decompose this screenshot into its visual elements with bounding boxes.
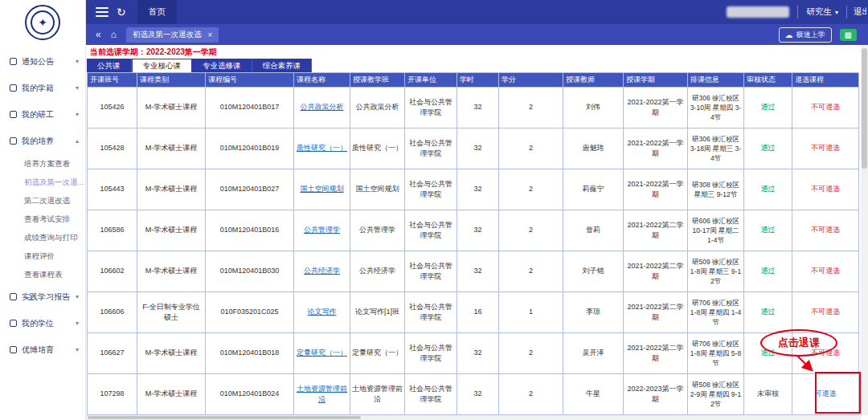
refresh-icon[interactable]: ↻ xyxy=(117,6,126,18)
table-row: 106627M-学术硕士课程010M120401B018定量研究（一）定量研究（… xyxy=(88,333,859,374)
cell-teacher: 莉薇宁 xyxy=(563,169,624,210)
sidebar-subitem[interactable]: 培养方案查看 xyxy=(0,154,85,173)
sidebar-item[interactable]: 我的研工▾ xyxy=(0,101,85,128)
home-icon[interactable]: ⌂ xyxy=(111,29,117,40)
sidebar-subitem[interactable]: 成绩查询与打印 xyxy=(0,228,85,247)
chevron-down-icon: ▾ xyxy=(835,9,838,16)
cell-credits: 2 xyxy=(499,128,563,169)
cell-course_name[interactable]: 土地资源管理前沿 xyxy=(294,374,350,415)
cell-class_no: 105443 xyxy=(88,169,137,210)
sidebar-item[interactable]: 优博培育▾ xyxy=(0,336,85,363)
cell-semester: 2021-2022第二学期 xyxy=(624,210,688,251)
cell-teacher: 唐魅玮 xyxy=(563,128,624,169)
cell-course_name[interactable]: 定量研究（一） xyxy=(294,333,350,374)
cell-course_name[interactable]: 论文写作 xyxy=(294,292,350,333)
chevron-down-icon: ▾ xyxy=(76,58,79,65)
cell-hours: 32 xyxy=(457,333,499,374)
cell-schedule: 研706 徐汇校区 1-8周 星期四 5-8节 xyxy=(688,333,744,374)
cell-status: 通过 xyxy=(744,128,792,169)
cell-course_name[interactable]: 国土空间规划 xyxy=(294,169,350,210)
chevron-down-icon: ▾ xyxy=(76,320,79,327)
column-header: 退选课程 xyxy=(792,73,859,88)
username-blurred xyxy=(727,6,789,18)
close-icon[interactable]: × xyxy=(207,31,212,39)
cell-credits: 1 xyxy=(499,292,563,333)
column-header: 授课学期 xyxy=(624,73,688,88)
cell-semester: 2021-2022第一学期 xyxy=(624,88,688,128)
cell-category: M-学术硕士课程 xyxy=(137,333,206,374)
sidebar-item[interactable]: 我的培养▴ xyxy=(0,128,85,154)
sidebar-item[interactable]: 我的学籍▾ xyxy=(0,75,85,101)
menu-item-icon xyxy=(10,137,17,145)
chevron-down-icon: ▾ xyxy=(76,293,79,300)
cell-schedule: 研606 徐汇校区 10-17周 星期二 1-4节 xyxy=(688,210,744,251)
sidebar-item[interactable]: 实践学习报告▾ xyxy=(0,283,85,310)
cell-semester: 2021-2022第一学期 xyxy=(624,169,688,210)
vertical-scrollbar-thumb[interactable] xyxy=(862,48,867,169)
cell-course_name[interactable]: 公共经济学 xyxy=(294,251,350,292)
cell-drop[interactable]: 可退选 xyxy=(792,374,859,415)
column-header: 开课班号 xyxy=(88,73,137,88)
menu-item-icon xyxy=(10,320,17,327)
cell-course_no: 010M120401B017 xyxy=(206,88,294,128)
tab-strip: « ⌂ 初选及第一次退改选 × ☁ 极速上学 ▦ xyxy=(86,24,868,45)
course-table-wrap: 开课班号课程类别课程编号课程名称授课教学班开课单位学时学分授课教师授课学期排课信… xyxy=(87,72,860,415)
cell-teacher: 李琼 xyxy=(563,292,624,333)
open-tab[interactable]: 初选及第一次退改选 × xyxy=(126,27,219,43)
sidebar-subitem[interactable]: 初选及第一次退... xyxy=(0,173,85,191)
cell-unit: 社会与公共管理学院 xyxy=(405,333,457,374)
cell-credits: 2 xyxy=(499,169,563,210)
cell-unit: 社会与公共管理学院 xyxy=(405,251,457,292)
cell-course_no: 010M120401B027 xyxy=(206,169,294,210)
sidebar-item-label: 通知公告 xyxy=(22,56,76,67)
cell-credits: 2 xyxy=(499,374,563,415)
cell-status: 通过 xyxy=(744,333,792,374)
user-role-label: 研究生 xyxy=(806,6,832,18)
menu-icon[interactable] xyxy=(96,7,108,17)
column-header: 学时 xyxy=(457,73,499,88)
cell-credits: 2 xyxy=(499,88,563,128)
column-header: 课程类别 xyxy=(137,73,206,88)
cell-schedule: 研509 徐汇校区 1-8周 星期三 9-12节 xyxy=(688,251,744,292)
cell-hours: 32 xyxy=(457,251,499,292)
cell-drop: 不可退选 xyxy=(792,128,859,169)
chevron-down-icon: ▾ xyxy=(76,346,79,353)
user-role-dropdown[interactable]: 研究生 ▾ xyxy=(797,6,847,18)
sidebar-item[interactable]: 通知公告▾ xyxy=(0,48,85,75)
cell-course_name[interactable]: 质性研究（一） xyxy=(294,128,350,169)
sidebar-nav: 通知公告▾我的学籍▾我的研工▾我的培养▴培养方案查看初选及第一次退...第二次退… xyxy=(0,45,85,363)
horizontal-scrollbar[interactable] xyxy=(86,415,861,420)
category-tab[interactable]: 综合素养课 xyxy=(252,59,313,72)
cell-schedule: 研306 徐汇校区 3-18周 星期三 3-4节 xyxy=(688,128,744,169)
sidebar-item-label: 优博培育 xyxy=(22,345,76,356)
back-icon[interactable]: « xyxy=(96,29,101,40)
sidebar-subitem[interactable]: 查看考试安排 xyxy=(0,210,85,228)
horizontal-scrollbar-thumb[interactable] xyxy=(88,416,361,419)
cell-class_no: 107298 xyxy=(88,374,137,415)
cell-course_name[interactable]: 公共政策分析 xyxy=(294,88,350,128)
sidebar-subitem[interactable]: 第二次退改选 xyxy=(0,191,85,210)
sidebar-item-label: 我的学位 xyxy=(22,318,76,329)
sidebar-subitem[interactable]: 查看课程表 xyxy=(0,265,85,283)
vertical-scrollbar[interactable] xyxy=(861,45,868,415)
sidebar-subitem[interactable]: 课程评价 xyxy=(0,247,85,265)
cell-course_no: 010M120401B030 xyxy=(206,251,294,292)
logout-button[interactable]: 退出 xyxy=(854,6,866,18)
cell-schedule: 研308 徐汇校区 星期三 9-12节 xyxy=(688,169,744,210)
category-tab[interactable]: 专业核心课 xyxy=(132,59,193,72)
cell-teaching_class: 公共经济学 xyxy=(350,251,405,292)
cell-class_no: 105426 xyxy=(88,88,137,128)
cell-class_no: 105428 xyxy=(88,128,137,169)
table-row: 105428M-学术硕士课程010M120401B019质性研究（一）质性研究（… xyxy=(88,128,859,169)
open-tab-label: 初选及第一次退改选 xyxy=(133,30,202,40)
quick-action-button[interactable]: ▦ xyxy=(840,29,857,41)
cell-course_name[interactable]: 公共管理学 xyxy=(294,210,350,251)
cell-hours: 32 xyxy=(457,88,499,128)
cell-drop: 不可退选 xyxy=(792,292,859,333)
sidebar-item[interactable]: 我的学位▾ xyxy=(0,310,85,336)
speed-button[interactable]: ☁ 极速上学 xyxy=(779,27,832,43)
category-tab[interactable]: 公共课 xyxy=(87,59,132,72)
topbar-home-tab[interactable]: 首页 xyxy=(137,0,177,24)
category-tab[interactable]: 专业选修课 xyxy=(192,59,252,72)
cell-class_no: 106606 xyxy=(88,292,137,333)
